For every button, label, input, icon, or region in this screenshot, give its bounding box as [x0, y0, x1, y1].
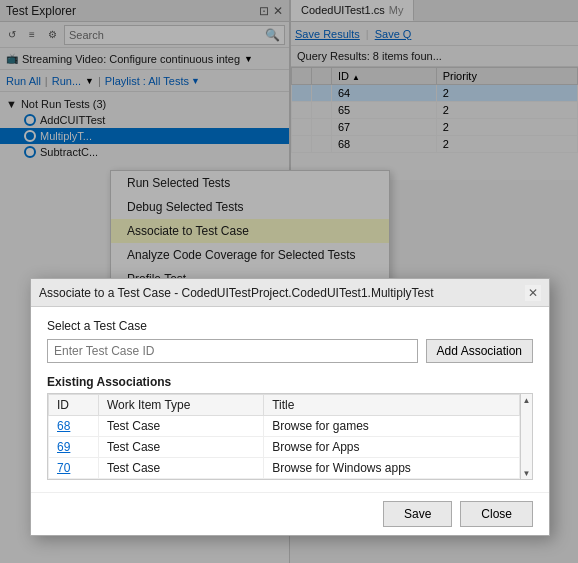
assoc-id: 69	[49, 437, 99, 458]
assoc-type: Test Case	[98, 437, 263, 458]
scroll-up-btn[interactable]: ▲	[521, 394, 533, 406]
assoc-col-id[interactable]: ID	[49, 395, 99, 416]
assoc-id: 68	[49, 416, 99, 437]
associate-modal: Associate to a Test Case - CodedUITestPr…	[30, 278, 550, 536]
scrollbar-right[interactable]: ▲ ▼	[520, 394, 532, 479]
existing-label: Existing Associations	[47, 375, 533, 389]
modal-body: Select a Test Case Add Association Exist…	[31, 307, 549, 492]
assoc-id-link[interactable]: 70	[57, 461, 70, 475]
assoc-title: Browse for games	[264, 416, 520, 437]
assoc-row[interactable]: 68 Test Case Browse for games	[49, 416, 520, 437]
existing-section: Existing Associations ID Work Item Type …	[47, 375, 533, 480]
assoc-id-link[interactable]: 68	[57, 419, 70, 433]
assoc-row[interactable]: 69 Test Case Browse for Apps	[49, 437, 520, 458]
modal-close-button[interactable]: ✕	[525, 285, 541, 301]
test-case-id-input[interactable]	[47, 339, 418, 363]
modal-titlebar: Associate to a Test Case - CodedUITestPr…	[31, 279, 549, 307]
add-association-button[interactable]: Add Association	[426, 339, 533, 363]
close-button[interactable]: Close	[460, 501, 533, 527]
assoc-title: Browse for Windows apps	[264, 458, 520, 479]
assoc-type: Test Case	[98, 458, 263, 479]
assoc-col-title[interactable]: Title	[264, 395, 520, 416]
scroll-down-btn[interactable]: ▼	[521, 467, 533, 479]
assoc-row[interactable]: 70 Test Case Browse for Windows apps	[49, 458, 520, 479]
assoc-table-wrapper: ID Work Item Type Title 68 Test Case Bro…	[47, 393, 533, 480]
select-test-case-label: Select a Test Case	[47, 319, 533, 333]
assoc-title: Browse for Apps	[264, 437, 520, 458]
assoc-id-link[interactable]: 69	[57, 440, 70, 454]
assoc-id: 70	[49, 458, 99, 479]
input-row: Add Association	[47, 339, 533, 363]
assoc-table-header: ID Work Item Type Title	[49, 395, 520, 416]
assoc-table: ID Work Item Type Title 68 Test Case Bro…	[48, 394, 520, 479]
assoc-type: Test Case	[98, 416, 263, 437]
assoc-col-type[interactable]: Work Item Type	[98, 395, 263, 416]
modal-footer: Save Close	[31, 492, 549, 535]
save-button[interactable]: Save	[383, 501, 452, 527]
modal-title: Associate to a Test Case - CodedUITestPr…	[39, 286, 434, 300]
